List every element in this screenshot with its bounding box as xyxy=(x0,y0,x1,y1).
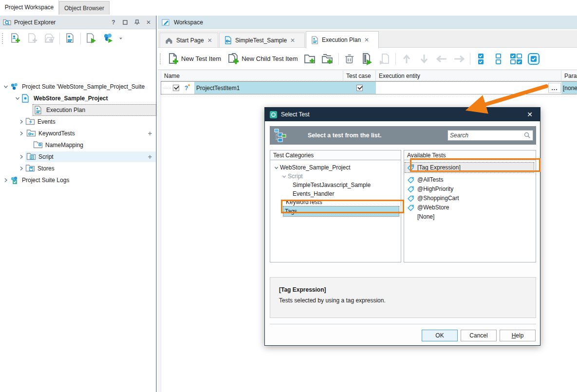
close-tab-icon[interactable]: ✕ xyxy=(207,37,212,44)
column-header-test-case[interactable]: Test case xyxy=(343,71,376,81)
move-up-icon[interactable] xyxy=(400,52,413,66)
chevron-right-icon[interactable] xyxy=(18,153,25,161)
tab-project-workspace[interactable]: Project Workspace xyxy=(0,0,59,15)
help-icon[interactable]: ? xyxy=(109,18,118,27)
tree-item-label: Project Suite 'WebStore_Sample_Project_S… xyxy=(22,83,145,90)
run-selected-item-button[interactable] xyxy=(360,52,374,66)
new-group-button[interactable] xyxy=(303,52,317,66)
grid-left-gutter xyxy=(158,71,161,392)
toolbar-grip[interactable] xyxy=(160,54,162,64)
dialog-titlebar[interactable]: Select Test ✕ xyxy=(265,108,540,121)
run-dropdown-icon[interactable] xyxy=(118,36,123,41)
test-webstore[interactable]: @WebStore xyxy=(407,203,449,212)
close-tab-icon[interactable]: ✕ xyxy=(290,37,295,44)
add-existing-item-button[interactable] xyxy=(42,32,56,45)
chevron-right-icon[interactable] xyxy=(18,165,25,172)
cancel-button[interactable]: Cancel xyxy=(461,330,497,341)
cell-name[interactable]: ProjectTestItem1 xyxy=(194,82,343,94)
run-project-suite-button[interactable] xyxy=(101,32,115,45)
uncheck-all-icon[interactable] xyxy=(492,52,505,66)
chevron-down-icon[interactable] xyxy=(14,94,21,102)
test-alltests[interactable]: @AllTests xyxy=(407,175,444,184)
toolbar-grip[interactable] xyxy=(2,33,4,44)
column-header-parameters[interactable]: Param xyxy=(561,71,577,81)
tag-icon xyxy=(407,204,415,211)
test-none[interactable]: [None] xyxy=(417,212,434,221)
tree-item-execution-plan[interactable]: Execution Plan xyxy=(0,104,157,116)
tree-item-script[interactable]: Script + xyxy=(0,151,157,163)
tree-item-project-suite-logs[interactable]: Project Suite Logs xyxy=(0,174,157,186)
invert-checks-icon[interactable] xyxy=(509,52,523,66)
move-down-icon[interactable] xyxy=(417,52,431,66)
maximize-icon[interactable] xyxy=(121,18,130,27)
move-right-icon[interactable] xyxy=(452,52,466,66)
cell-parameters[interactable]: [none] xyxy=(561,82,577,94)
keywordtests-folder-icon xyxy=(26,129,36,138)
search-input[interactable] xyxy=(450,132,524,139)
tree-item-namemapping[interactable]: NameMapping xyxy=(0,139,157,151)
logs-icon xyxy=(10,176,19,185)
tree-item-events[interactable]: Events xyxy=(0,116,157,128)
test-item-type-icon: ? xyxy=(184,85,189,92)
tab-simpletest-sample[interactable]: SimpleTest_Sample ✕ xyxy=(219,33,305,48)
workspace-header: Workspace xyxy=(158,16,577,29)
pin-icon[interactable] xyxy=(132,18,141,27)
category-script[interactable]: Script xyxy=(280,172,303,181)
toolbar-separator xyxy=(80,33,81,44)
run-from-selected-button[interactable] xyxy=(378,52,391,66)
category-tags[interactable]: Tags xyxy=(283,206,399,216)
close-tab-icon[interactable]: ✕ xyxy=(364,37,369,43)
test-item-row[interactable]: ? ProjectTestItem1 ... [none] xyxy=(161,82,577,94)
category-events-handler[interactable]: Events_Handler xyxy=(293,189,334,198)
test-shoppingcart[interactable]: @ShoppingCart xyxy=(407,194,459,203)
tab-execution-plan[interactable]: Execution Plan ✕ xyxy=(306,31,379,48)
tab-start-page[interactable]: Start Page ✕ xyxy=(160,33,218,48)
tree-item-project[interactable]: WebStore_Sample_Project xyxy=(0,93,157,104)
chevron-right-icon[interactable] xyxy=(2,176,10,184)
tab-object-browser[interactable]: Object Browser xyxy=(59,1,110,15)
category-simpletestjavascript[interactable]: SimpleTestJavascript_Sample xyxy=(293,181,371,189)
chevron-down-icon[interactable] xyxy=(272,164,280,171)
row-enabled-checkbox[interactable] xyxy=(173,85,179,91)
move-left-icon[interactable] xyxy=(435,52,448,66)
run-project-button[interactable] xyxy=(84,32,98,45)
chevron-right-icon[interactable] xyxy=(18,118,25,126)
new-child-test-item-button[interactable]: New Child Test Item xyxy=(227,53,299,65)
project-icon xyxy=(21,94,31,103)
cell-test-case[interactable] xyxy=(343,82,376,94)
toolbar-separator xyxy=(338,53,339,65)
test-highpriority[interactable]: @HighPriority xyxy=(407,185,453,193)
ellipsis-button[interactable]: ... xyxy=(548,83,561,93)
tree-item-stores[interactable]: Stores xyxy=(0,163,157,174)
column-header-execution-entity[interactable]: Execution entity xyxy=(376,71,561,81)
delete-button[interactable] xyxy=(343,52,356,66)
tree-item-label: Stores xyxy=(37,165,55,172)
ok-button[interactable]: OK xyxy=(422,330,458,341)
cell-execution-entity[interactable]: ... xyxy=(376,82,561,94)
chevron-right-icon[interactable] xyxy=(18,130,25,137)
tree-item-project-suite[interactable]: Project Suite 'WebStore_Sample_Project_S… xyxy=(0,81,157,93)
new-child-group-button[interactable] xyxy=(321,52,335,66)
tree-item-label: WebStore_Sample_Project xyxy=(34,95,108,102)
chevron-down-icon[interactable] xyxy=(280,172,288,180)
tree-item-keywordtests[interactable]: KeywordTests + xyxy=(0,128,157,139)
add-new-project-button[interactable] xyxy=(8,32,22,45)
category-project[interactable]: WebStore_Sample_Project xyxy=(272,163,351,172)
column-header-name[interactable]: Name xyxy=(161,71,343,81)
test-case-checkbox[interactable] xyxy=(356,85,363,91)
close-icon[interactable]: ✕ xyxy=(524,111,535,118)
add-item-icon[interactable]: + xyxy=(148,153,152,161)
search-box[interactable] xyxy=(447,130,533,141)
available-tests-panel: Available Tests [Tag Expression] @AllTes… xyxy=(404,150,536,262)
help-button[interactable]: Help xyxy=(500,330,536,341)
new-test-item-button[interactable]: New Test Item xyxy=(167,53,223,65)
close-icon[interactable]: ✕ xyxy=(144,18,153,27)
enable-item-checkbox-icon[interactable] xyxy=(527,52,540,66)
add-item-icon[interactable]: + xyxy=(148,130,152,137)
test-tag-expression[interactable]: [Tag Expression] xyxy=(405,163,534,172)
chevron-down-icon[interactable] xyxy=(2,83,10,91)
category-keywordtests[interactable]: KeywordTests xyxy=(286,198,322,206)
organize-execution-plan-button[interactable] xyxy=(63,32,77,45)
check-all-icon[interactable] xyxy=(474,52,488,66)
add-new-item-button[interactable] xyxy=(25,32,39,45)
